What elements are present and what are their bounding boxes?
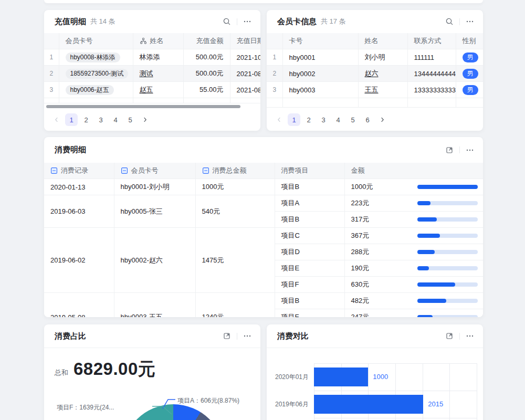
cell-date: 2021-10 [230, 49, 260, 66]
recharge-panel-title: 充值明细 [55, 17, 86, 27]
more-icon[interactable] [464, 144, 476, 156]
cell-item: 项目D [275, 244, 344, 260]
recharge-table: 会员卡号姓名充值金额充值日期1hby0008-林添添林添添500.00元2021… [44, 33, 260, 103]
cell-phone: 111111 [407, 49, 456, 66]
gender-badge: 男 [463, 69, 478, 79]
cell-amount: 317元 [344, 212, 483, 228]
recharge-count: 共 14 条 [90, 17, 116, 26]
column-header: 性别 [456, 33, 483, 49]
bar[interactable] [314, 368, 368, 386]
amount-bar-track [417, 185, 478, 189]
more-icon[interactable] [242, 16, 253, 27]
amount-bar-fill [417, 315, 433, 317]
table-row[interactable]: 2020-01-13hby0001-刘小明1000元项目B1000元 [44, 179, 483, 195]
table-row[interactable]: 1hby0008-林添添林添添500.00元2021-10 [44, 49, 260, 66]
cell-name: 刘小明 [358, 49, 407, 66]
table-row[interactable]: 1hby0001刘小明111111男 [267, 49, 483, 66]
next-page-button[interactable] [376, 113, 388, 126]
category-label: 2019年06月 [267, 400, 309, 409]
page-button-5[interactable]: 5 [124, 113, 136, 126]
table-row[interactable]: 2hby0002赵六13444444444男 [267, 66, 483, 82]
amount-text: 288元 [351, 247, 370, 257]
bar[interactable] [314, 395, 423, 414]
amount-text: 482元 [351, 296, 370, 306]
name-text: 赵六 [365, 69, 379, 77]
column-header [267, 33, 282, 49]
amount-bar-track [417, 282, 478, 287]
amount-bar-track [417, 266, 478, 270]
expand-icon[interactable] [444, 144, 455, 156]
card-tag: 18559273500-测试 [66, 69, 128, 79]
cell-card: 18559273500-测试 [59, 66, 133, 82]
consumption-panel: 消费明细 消费记录会员卡号消费总金额消费项目金额2020-01-13hby000… [44, 137, 483, 317]
divider [459, 333, 460, 340]
search-icon[interactable] [221, 16, 233, 27]
column-header-label: 消费总金额 [213, 166, 247, 175]
page-button-1[interactable]: 1 [65, 113, 78, 126]
divider [459, 18, 460, 25]
recharge-pagination: 12345 [50, 112, 151, 127]
column-header-label: 会员卡号 [131, 166, 159, 175]
more-icon[interactable] [464, 330, 476, 342]
expand-icon[interactable] [444, 330, 455, 342]
name-text: 王五 [365, 86, 379, 93]
gender-badge: 男 [463, 85, 478, 95]
cell-card: hby0006-赵五 [59, 82, 133, 98]
table-row[interactable]: 2019-06-03hby0005-张三540元项目A223元 [44, 195, 483, 212]
table-row[interactable]: 3hby0003王五13333333333男 [267, 82, 483, 98]
sum-label: 总和 [55, 368, 68, 377]
page-button-3[interactable]: 3 [94, 113, 107, 126]
page-button-2[interactable]: 2 [80, 113, 92, 126]
cell-total-amount: 1000元 [195, 179, 275, 195]
amount-bar-track [417, 250, 478, 254]
amount-bar-track [417, 299, 478, 303]
cell-amount: 367元 [344, 228, 483, 244]
member-table: 卡号姓名联系方式性别1hby0001刘小明111111男2hby0002赵六13… [267, 33, 483, 108]
page-button-2[interactable]: 2 [302, 113, 315, 126]
search-icon[interactable] [444, 16, 455, 27]
table-row[interactable]: 3hby0006-赵五赵五55.00元2021-08 [44, 82, 260, 98]
cell-name: 王五 [358, 82, 407, 98]
expand-icon[interactable] [221, 330, 233, 342]
cell-item: 项目A [275, 195, 344, 212]
cell-amount: 500.00元 [183, 49, 230, 66]
cell-idx: 3 [44, 82, 59, 98]
member-pagination: 123456 [273, 112, 388, 127]
page-button-4[interactable]: 4 [332, 113, 344, 126]
cell-member-card: hby0001-刘小明 [114, 179, 195, 195]
amount-text: 317元 [351, 215, 370, 224]
gridline-vertical [449, 363, 450, 420]
page-button-6[interactable]: 6 [361, 113, 374, 126]
page-button-3[interactable]: 3 [317, 113, 330, 126]
cell-name: 林添添 [133, 49, 183, 66]
column-header-label: 消费记录 [61, 166, 88, 175]
page-button-5[interactable]: 5 [346, 113, 359, 126]
horizontal-scrollbar[interactable] [46, 105, 240, 108]
cell-item: 项目B [275, 212, 344, 228]
column-header: 联系方式 [407, 33, 456, 49]
pie-chart[interactable] [122, 404, 225, 420]
cell-name: 测试 [133, 66, 183, 82]
cell-card: hby0002 [282, 66, 358, 82]
cell-card: hby0008-林添添 [59, 49, 133, 66]
bar-panel-title: 消费对比 [277, 331, 309, 341]
column-header [44, 33, 59, 49]
table-row[interactable]: 2019-06-02hby0002-赵六1475元项目C367元 [44, 228, 483, 244]
more-icon[interactable] [242, 330, 253, 342]
partial-row [44, 98, 260, 103]
more-icon[interactable] [464, 16, 476, 27]
cell-amount: 630元 [344, 277, 483, 293]
prev-page-button[interactable] [50, 113, 63, 126]
gridline-horizontal [314, 363, 477, 364]
cell-idx: 1 [44, 49, 59, 66]
prev-page-button[interactable] [273, 113, 286, 126]
amount-bar-fill [417, 217, 437, 222]
cell-date: 2021-08 [230, 66, 260, 82]
page-button-1[interactable]: 1 [288, 113, 300, 126]
cell-amount: 223元 [344, 195, 483, 212]
page-button-4[interactable]: 4 [109, 113, 122, 126]
gridline-vertical [477, 363, 477, 420]
table-row[interactable]: 2019-05-08hby0003-王五1240元项目B482元 [44, 293, 483, 309]
next-page-button[interactable] [139, 113, 151, 126]
table-row[interactable]: 218559273500-测试测试500.00元2021-08 [44, 66, 260, 82]
